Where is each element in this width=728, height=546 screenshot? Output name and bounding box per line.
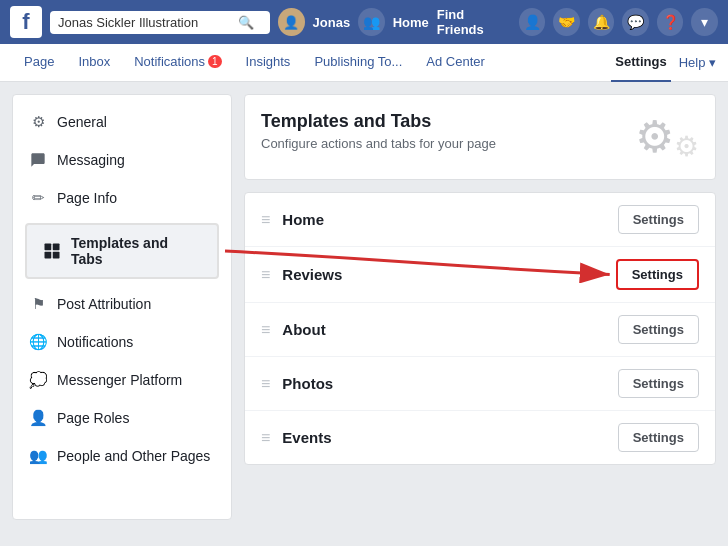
drag-handle-photos: ≡ xyxy=(261,375,270,393)
tab-settings-btn-events[interactable]: Settings xyxy=(618,423,699,452)
top-navigation: f Jonas Sickler Illustration 🔍 👤 Jonas 👥… xyxy=(0,0,728,44)
sidebar-label-templates: Templates and Tabs xyxy=(71,235,201,267)
main-content: ⚙ General Messaging ✏ Page Info Te xyxy=(0,82,728,532)
chevron-down-icon[interactable]: ▾ xyxy=(691,8,718,36)
subnav-adcenter[interactable]: Ad Center xyxy=(414,44,497,82)
tab-row-home: ≡ Home Settings xyxy=(245,193,715,247)
sidebar-item-people-other[interactable]: 👥 People and Other Pages xyxy=(13,437,231,475)
sidebar-label-general: General xyxy=(57,114,107,130)
help-menu[interactable]: Help ▾ xyxy=(679,55,716,70)
facebook-logo: f xyxy=(10,6,42,38)
top-nav-right: 👤 Jonas 👥 Home Find Friends 👤 🤝 🔔 💬 ❓ ▾ xyxy=(278,7,718,37)
panel-subtitle: Configure actions and tabs for your page xyxy=(261,136,496,151)
person-icon: 👤 xyxy=(29,409,47,427)
bell-icon[interactable]: 🔔 xyxy=(588,8,615,36)
tabs-list: ≡ Home Settings ≡ Reviews Settings ≡ Abo… xyxy=(244,192,716,465)
sidebar-label-page-roles: Page Roles xyxy=(57,410,129,426)
gear-small-icon: ⚙ xyxy=(674,130,699,163)
settings-tab[interactable]: Settings xyxy=(611,44,670,82)
drag-handle-about: ≡ xyxy=(261,321,270,339)
people-icon[interactable]: 👤 xyxy=(519,8,546,36)
avatar[interactable]: 👤 xyxy=(278,8,305,36)
sidebar-item-notifications[interactable]: 🌐 Notifications xyxy=(13,323,231,361)
tab-name-events: Events xyxy=(282,429,617,446)
tab-row-about: ≡ About Settings xyxy=(245,303,715,357)
tab-row-events: ≡ Events Settings xyxy=(245,411,715,464)
sidebar-item-general[interactable]: ⚙ General xyxy=(13,103,231,141)
templates-icon xyxy=(43,242,61,260)
subnav-inbox[interactable]: Inbox xyxy=(66,44,122,82)
sidebar-item-page-info[interactable]: ✏ Page Info xyxy=(13,179,231,217)
sidebar-label-messaging: Messaging xyxy=(57,152,125,168)
sidebar-label-post-attribution: Post Attribution xyxy=(57,296,151,312)
sidebar-label-messenger: Messenger Platform xyxy=(57,372,182,388)
messaging-icon xyxy=(29,151,47,169)
message-icon[interactable]: 💬 xyxy=(622,8,649,36)
sidebar-label-people: People and Other Pages xyxy=(57,448,210,464)
drag-handle-reviews: ≡ xyxy=(261,266,270,284)
tab-row-reviews: ≡ Reviews Settings xyxy=(245,247,715,303)
sidebar-label-page-info: Page Info xyxy=(57,190,117,206)
sidebar-item-post-attribution[interactable]: ⚑ Post Attribution xyxy=(13,285,231,323)
people-icon: 👥 xyxy=(29,447,47,465)
sub-navigation: Page Inbox Notifications 1 Insights Publ… xyxy=(0,44,728,82)
sidebar-item-page-roles[interactable]: 👤 Page Roles xyxy=(13,399,231,437)
tab-name-reviews: Reviews xyxy=(282,266,615,283)
subnav-publishing[interactable]: Publishing To... xyxy=(302,44,414,82)
search-icon: 🔍 xyxy=(238,15,254,30)
subnav-insights[interactable]: Insights xyxy=(234,44,303,82)
globe-icon: 🌐 xyxy=(29,333,47,351)
notifications-badge: 1 xyxy=(208,55,222,68)
page-name-label: Jonas Sickler Illustration xyxy=(58,15,198,30)
tab-settings-btn-reviews[interactable]: Settings xyxy=(616,259,699,290)
panel-header: Templates and Tabs Configure actions and… xyxy=(244,94,716,180)
drag-handle-home: ≡ xyxy=(261,211,270,229)
page-name-search[interactable]: Jonas Sickler Illustration 🔍 xyxy=(50,11,270,34)
sidebar-item-messenger-platform[interactable]: 💭 Messenger Platform xyxy=(13,361,231,399)
svg-rect-2 xyxy=(45,252,52,259)
tab-name-photos: Photos xyxy=(282,375,617,392)
find-friends-link[interactable]: Find Friends xyxy=(437,7,511,37)
tab-settings-btn-about[interactable]: Settings xyxy=(618,315,699,344)
sidebar-item-templates-tabs[interactable]: Templates and Tabs xyxy=(25,223,219,279)
right-panel: Templates and Tabs Configure actions and… xyxy=(244,94,716,520)
gear-icon: ⚙ xyxy=(29,113,47,131)
pencil-icon: ✏ xyxy=(29,189,47,207)
tab-settings-btn-photos[interactable]: Settings xyxy=(618,369,699,398)
flag-icon: ⚑ xyxy=(29,295,47,313)
svg-rect-3 xyxy=(53,252,60,259)
sidebar-label-notifications: Notifications xyxy=(57,334,133,350)
sidebar: ⚙ General Messaging ✏ Page Info Te xyxy=(12,94,232,520)
tab-row-photos: ≡ Photos Settings xyxy=(245,357,715,411)
subnav-notifications[interactable]: Notifications 1 xyxy=(122,44,233,82)
gear-icons-decoration: ⚙ ⚙ xyxy=(635,111,699,163)
user-name-link[interactable]: Jonas xyxy=(313,15,351,30)
drag-handle-events: ≡ xyxy=(261,429,270,447)
panel-title: Templates and Tabs xyxy=(261,111,496,132)
friend-request-icon[interactable]: 🤝 xyxy=(553,8,580,36)
tab-name-home: Home xyxy=(282,211,617,228)
subnav-page[interactable]: Page xyxy=(12,44,66,82)
tab-settings-btn-home[interactable]: Settings xyxy=(618,205,699,234)
subnav-right: Settings Help ▾ xyxy=(611,44,716,82)
question-icon[interactable]: ❓ xyxy=(657,8,684,36)
messenger-icon: 💭 xyxy=(29,371,47,389)
friends-icon[interactable]: 👥 xyxy=(358,8,385,36)
sidebar-item-messaging[interactable]: Messaging xyxy=(13,141,231,179)
svg-rect-1 xyxy=(53,244,60,251)
home-link[interactable]: Home xyxy=(393,15,429,30)
tab-name-about: About xyxy=(282,321,617,338)
svg-rect-0 xyxy=(45,244,52,251)
gear-large-icon: ⚙ xyxy=(635,111,674,162)
